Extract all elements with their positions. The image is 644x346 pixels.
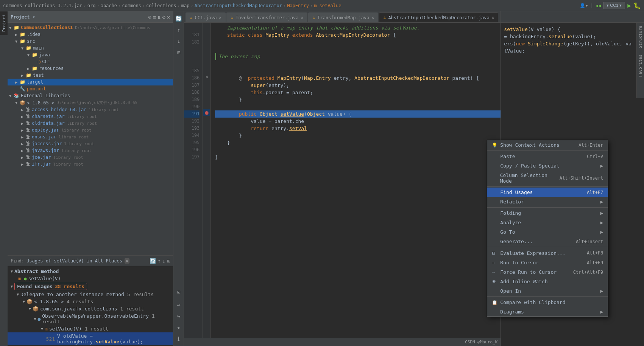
tree-jar-7[interactable]: ▶ 🗜 javaws.jar library root <box>8 147 173 154</box>
tree-src[interactable]: ▼ 📁 src <box>8 38 173 45</box>
ctx-generate[interactable]: Generate... Alt+Insert <box>487 237 608 246</box>
tree-jar-1[interactable]: ▶ 🗜 access-bridge-64.jar library root <box>8 106 173 113</box>
ctx-show-context-actions[interactable]: 💡 Show Context Actions Alt+Enter <box>487 140 608 150</box>
run-button[interactable]: ▶ <box>627 2 631 9</box>
ctx-force-run-cursor[interactable]: ⇒ Force Run to Cursor Ctrl+Alt+F9 <box>487 267 608 277</box>
close-tab-invoker[interactable]: ✕ <box>301 15 303 20</box>
found-usages-label: Found usages <box>17 284 53 289</box>
abstract-method-header[interactable]: ▼ Abstract method <box>8 268 173 275</box>
project-locate-icon[interactable]: ⊕ <box>148 14 151 20</box>
tree-jar-8[interactable]: ▶ 🗜 jce.jar library root <box>8 154 173 161</box>
close-tab-transformed[interactable]: ✕ <box>372 15 374 20</box>
side-back-icon[interactable]: ↩ <box>175 301 183 309</box>
side-structure-icon[interactable]: ⊡ <box>175 288 183 296</box>
tree-pom[interactable]: ▶ 🔧 pom.xml <box>8 85 173 92</box>
tab-invoker[interactable]: ☕ InvokerTransformer.java ✕ <box>226 12 307 22</box>
ctx-analyze[interactable]: Analyze ▶ <box>487 218 608 227</box>
find-refresh-btn[interactable]: 🔄 <box>150 258 156 264</box>
found-usages-header[interactable]: ▼ Found usages 38 results <box>8 282 173 291</box>
project-close-icon[interactable]: ✕ <box>167 14 170 20</box>
close-tab-abstract[interactable]: ✕ <box>492 15 494 20</box>
main-layout: Project Project ▾ ⊕ ≡ ⇅ ⚙ ✕ ▼ 📁 CommonsC… <box>0 11 644 346</box>
ctx-copy-paste-special[interactable]: Copy / Paste Special ▶ <box>487 161 608 171</box>
project-settings-icon[interactable]: ⚙ <box>162 14 165 20</box>
side-refresh-icon[interactable]: 🔄 <box>175 14 183 23</box>
vtab-structure[interactable]: Structure <box>637 23 644 51</box>
code-line-186: @ protected MapEntry(Map.Entry entry, Ab… <box>215 74 501 82</box>
project-panel-header: Project ▾ ⊕ ≡ ⇅ ⚙ ✕ <box>8 11 173 23</box>
run-config-btn[interactable]: ▾ CC1 ▾ <box>603 2 625 9</box>
tree-sdk[interactable]: ▼ 📦 < 1.8.65 > D:\notes\java\jdk文件\jdk1.… <box>8 99 173 106</box>
line-521-item[interactable]: 521 V oldValue = backingEntry.setValue(v… <box>8 332 173 345</box>
side-icons-left: 🔄 ↑ ↓ ⊞ ⊡ ↩ ↪ ★ ℹ <box>173 11 184 346</box>
editor-content[interactable]: 181 182 185 186 187 188 189 190 191 192 … <box>184 23 501 338</box>
side-expand-icon[interactable]: ⊞ <box>175 48 183 57</box>
set-value-item[interactable]: m ● setValue(V) <box>8 275 173 282</box>
tree-jar-5[interactable]: ▶ 🗜 dnsns.jar library root <box>8 133 173 140</box>
ctx-run-to-cursor[interactable]: → Run to Cursor Alt+F9 <box>487 258 608 267</box>
code-line-181: static class MapEntry extends AbstractMa… <box>215 31 501 39</box>
tree-resources[interactable]: ▶ 📁 resources <box>8 65 173 72</box>
debug-button[interactable]: 🐛 <box>633 2 641 9</box>
ctx-evaluate-expression[interactable]: ⊟ Evaluate Expression... Alt+F8 <box>487 248 608 258</box>
side-forward-icon[interactable]: ↪ <box>175 312 183 320</box>
project-panel: Project ▾ ⊕ ≡ ⇅ ⚙ ✕ ▼ 📁 CommonsCollectio… <box>8 11 173 346</box>
tree-root[interactable]: ▼ 📁 CommonsCollections1 D:\notes\java\pr… <box>8 24 173 31</box>
observable-class[interactable]: ▼ ● ObservableMapWrapper.ObservableEntry… <box>8 312 173 325</box>
project-panel-title: Project ▾ <box>11 14 146 20</box>
find-up-btn[interactable]: ↑ <box>157 258 161 264</box>
tree-jar-6[interactable]: ▶ 🗜 jaccess.jar library root <box>8 140 173 147</box>
delegate-item[interactable]: ▼ Delegate to another instance method 5 … <box>8 291 173 298</box>
ctx-diagrams[interactable]: Diagrams ▶ <box>487 307 608 317</box>
ctx-folding[interactable]: Folding ▶ <box>487 208 608 218</box>
project-sort-icon[interactable]: ⇅ <box>157 14 161 20</box>
tree-test[interactable]: ▶ 📁 test <box>8 72 173 79</box>
code-line-blank2 <box>215 60 501 67</box>
tab-abstract[interactable]: ☕ AbstractInputCheckedMapDecorator.java … <box>379 12 498 22</box>
tab-transformed[interactable]: ☕ TransformedMap.java ✕ <box>308 12 378 22</box>
ctx-goto[interactable]: Go To ▶ <box>487 227 608 237</box>
side-star-icon[interactable]: ★ <box>175 323 183 332</box>
context-actions-icon: 💡 <box>492 143 498 148</box>
sdk-item[interactable]: ▼ 📦 < 1.8.65 > 4 results <box>8 298 173 305</box>
vtab-project[interactable]: Project <box>0 11 8 35</box>
vtab-favorites[interactable]: Favorites <box>637 51 644 80</box>
top-bar-right: 👤▾ | ◀◀ ▾ CC1 ▾ ▶ 🐛 <box>580 2 641 9</box>
profile-icon[interactable]: 👤▾ <box>580 3 588 8</box>
tree-jar-2[interactable]: ▶ 🗜 charsets.jar library root <box>8 113 173 120</box>
code-area[interactable]: Implementation of a map entry that check… <box>211 23 501 338</box>
code-line-182 <box>215 39 501 46</box>
close-tab-cc1[interactable]: ✕ <box>219 15 221 20</box>
find-down-btn[interactable]: ↓ <box>162 258 165 264</box>
side-info-icon[interactable]: ℹ <box>175 335 183 343</box>
find-close-btn[interactable]: ✕ <box>125 258 129 264</box>
context-menu: 💡 Show Context Actions Alt+Enter Paste C… <box>487 140 608 317</box>
tree-jar-3[interactable]: ▶ 🗜 cldrdata.jar library root <box>8 120 173 127</box>
ctx-refactor[interactable]: Refactor ▶ <box>487 197 608 206</box>
side-down-icon[interactable]: ↓ <box>175 37 183 45</box>
found-usages-box: Found usages 38 results <box>14 283 87 290</box>
tree-cc1[interactable]: ▶ ○ CC1 <box>8 58 173 65</box>
tree-jar-4[interactable]: ▶ 🗜 deploy.jar library root <box>8 127 173 133</box>
find-expand-btn[interactable]: ⊞ <box>167 258 170 264</box>
setvalue-method[interactable]: ▼ m setValue(V) 1 result <box>8 325 173 332</box>
ctx-find-usages[interactable]: Find Usages Alt+F7 <box>487 188 608 197</box>
tree-ext-libs[interactable]: ▼ 📚 External Libraries <box>8 92 173 99</box>
tree-main[interactable]: ▼ 📁 main <box>8 45 173 51</box>
top-bar: commons-collections-3.2.1.jar › org › ap… <box>0 0 644 11</box>
tree-jar-9[interactable]: ▶ 🗜 ifr.jar library root <box>8 161 173 168</box>
ctx-paste[interactable]: Paste Ctrl+V <box>487 152 608 161</box>
tree-target[interactable]: ▶ 📁 target <box>8 79 173 85</box>
project-collapse-icon[interactable]: ≡ <box>153 14 156 20</box>
ctx-compare-clipboard[interactable]: 📋 Compare with Clipboard <box>487 298 608 307</box>
tab-cc1[interactable]: ☕ CC1.java ✕ <box>186 12 226 22</box>
ctx-add-inline-watch[interactable]: 👁 Add Inline Watch <box>487 277 608 286</box>
tree-java[interactable]: ▼ 📁 java <box>8 51 173 58</box>
javafx-pkg[interactable]: ▼ 📦 com.sun.javafx.collections 1 result <box>8 305 173 312</box>
find-nav-btns: 🔄 ↑ ↓ ⊞ <box>150 258 170 264</box>
tree-idea[interactable]: ▶ 📁 .idea <box>8 31 173 38</box>
ctx-open-in[interactable]: Open In ▶ <box>487 286 608 296</box>
ctx-column-selection[interactable]: Column Selection Mode Alt+Shift+Insert <box>487 171 608 186</box>
ctx-sep-4 <box>487 247 608 247</box>
side-up-icon[interactable]: ↑ <box>175 26 183 34</box>
